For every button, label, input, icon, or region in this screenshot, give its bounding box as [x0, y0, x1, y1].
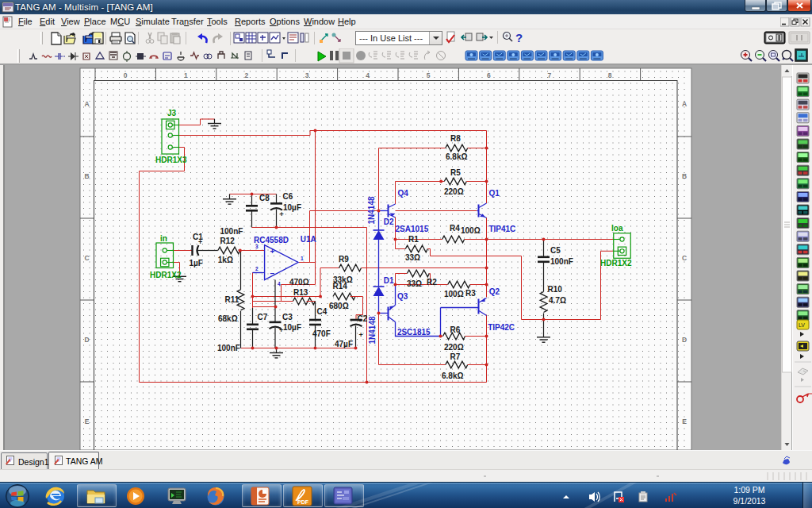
svg-text:D2: D2 — [384, 217, 394, 226]
svg-text:2SA1015: 2SA1015 — [396, 225, 429, 233]
svg-text:680Ω: 680Ω — [329, 302, 349, 310]
svg-text:Q4: Q4 — [398, 189, 409, 198]
svg-text:3: 3 — [305, 71, 309, 79]
svg-text:C1: C1 — [193, 233, 203, 241]
svg-text:A: A — [84, 100, 89, 108]
svg-text:2SC1815: 2SC1815 — [397, 328, 431, 337]
svg-text:LV: LV — [799, 322, 805, 328]
svg-text:7: 7 — [547, 71, 551, 79]
svg-text:470F: 470F — [312, 329, 331, 338]
svg-text:R13: R13 — [293, 288, 308, 297]
svg-text:R4: R4 — [450, 224, 460, 233]
svg-text:R5: R5 — [450, 168, 461, 177]
svg-text:100Ω: 100Ω — [444, 290, 464, 298]
svg-text:C8: C8 — [259, 194, 270, 202]
svg-text:C2: C2 — [358, 314, 368, 323]
svg-text:1N4148: 1N4148 — [368, 316, 377, 344]
svg-text:3: 3 — [255, 244, 259, 249]
svg-text:47µF: 47µF — [335, 340, 353, 348]
svg-text:100Ω: 100Ω — [461, 226, 481, 235]
svg-text:RC4558D: RC4558D — [254, 236, 289, 244]
svg-text:TIP41C: TIP41C — [488, 225, 515, 233]
svg-text:J3: J3 — [167, 109, 177, 117]
svg-text:R7: R7 — [450, 352, 461, 361]
svg-text:6: 6 — [487, 71, 491, 79]
svg-text:470Ω: 470Ω — [289, 278, 309, 287]
svg-text:+: + — [359, 331, 363, 339]
svg-text:U1A: U1A — [301, 235, 316, 244]
svg-text:8: 8 — [608, 71, 612, 79]
svg-text:33Ω: 33Ω — [407, 279, 422, 288]
svg-text:−: − — [270, 269, 275, 278]
svg-text:220Ω: 220Ω — [444, 343, 464, 352]
svg-text:220Ω: 220Ω — [444, 187, 464, 196]
svg-text:1N4148: 1N4148 — [367, 196, 376, 224]
svg-text:100nF: 100nF — [550, 257, 573, 266]
svg-text:C5: C5 — [550, 246, 561, 255]
svg-text:33Ω: 33Ω — [405, 253, 420, 262]
svg-text:R14: R14 — [333, 282, 348, 291]
svg-text:R1: R1 — [408, 235, 419, 244]
svg-text:D1: D1 — [384, 276, 394, 285]
svg-text:R6: R6 — [450, 325, 461, 334]
svg-text:4: 4 — [366, 71, 370, 79]
svg-text:C3: C3 — [282, 313, 293, 321]
svg-text:B: B — [84, 172, 89, 180]
svg-text:C7: C7 — [258, 313, 268, 321]
svg-text:HDR1X2: HDR1X2 — [150, 271, 182, 279]
svg-text:1: 1 — [301, 256, 304, 261]
svg-text:C6: C6 — [283, 192, 293, 201]
svg-text:10µF: 10µF — [283, 203, 301, 212]
svg-text:R2: R2 — [427, 278, 437, 287]
svg-text:R3: R3 — [465, 289, 476, 298]
svg-text:D: D — [682, 336, 687, 344]
svg-text:D: D — [84, 336, 89, 344]
svg-text:R8: R8 — [450, 134, 461, 143]
svg-text:E: E — [682, 418, 687, 425]
svg-text:1kΩ: 1kΩ — [218, 256, 233, 264]
svg-text:Q2: Q2 — [489, 287, 500, 296]
svg-text:6.8kΩ: 6.8kΩ — [446, 152, 467, 161]
svg-text:6.8kΩ: 6.8kΩ — [442, 371, 463, 380]
svg-text:TIP42C: TIP42C — [488, 323, 515, 332]
svg-text:R10: R10 — [548, 285, 563, 294]
svg-text:100nF: 100nF — [217, 344, 240, 352]
svg-text:in: in — [160, 234, 167, 243]
svg-text:4.7Ω: 4.7Ω — [549, 296, 566, 305]
svg-text:R11: R11 — [225, 295, 239, 304]
svg-text:10µF: 10µF — [283, 323, 301, 332]
svg-text:1µF: 1µF — [190, 259, 203, 267]
svg-text:C: C — [682, 254, 687, 262]
svg-text:C: C — [84, 254, 89, 262]
svg-text:loa: loa — [611, 224, 623, 233]
svg-text:R12: R12 — [220, 237, 236, 245]
svg-text:R9: R9 — [339, 255, 349, 264]
svg-text:2: 2 — [255, 266, 259, 271]
svg-text:68kΩ: 68kΩ — [218, 314, 238, 323]
svg-text:2: 2 — [244, 71, 248, 79]
svg-text:A: A — [682, 100, 687, 108]
svg-text:Q3: Q3 — [397, 292, 408, 301]
svg-text:5: 5 — [427, 71, 431, 79]
svg-text:4: 4 — [278, 281, 281, 287]
svg-text:Q1: Q1 — [488, 189, 500, 198]
svg-text:C4: C4 — [317, 307, 327, 316]
svg-text:0: 0 — [124, 71, 128, 79]
svg-text:HDR1X2: HDR1X2 — [600, 259, 632, 267]
svg-text:E: E — [85, 418, 90, 425]
svg-text:1: 1 — [184, 71, 188, 79]
svg-text:100nF: 100nF — [220, 227, 243, 236]
svg-text:+: + — [270, 247, 275, 256]
svg-text:?: ? — [515, 31, 523, 44]
svg-text:HDR1X3: HDR1X3 — [155, 156, 187, 164]
svg-text:PDF: PDF — [297, 499, 309, 505]
svg-text:B: B — [682, 172, 687, 180]
